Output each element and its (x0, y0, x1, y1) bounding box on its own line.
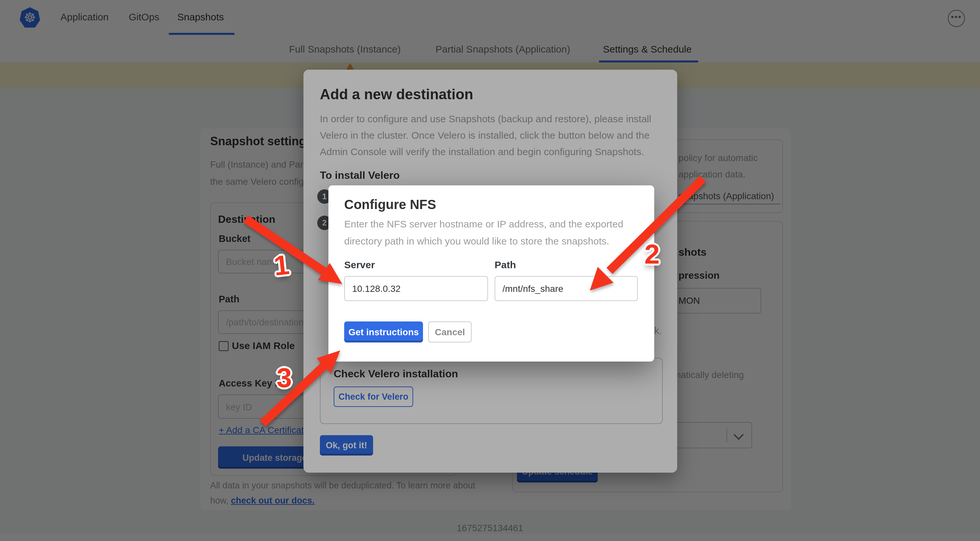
snapshots-settings-page: ☸ Application GitOps Snapshots ••• Full … (0, 0, 980, 541)
get-instructions-button[interactable]: Get instructions (344, 321, 423, 343)
annotation-number-3: 3 (277, 364, 292, 392)
cancel-button[interactable]: Cancel (428, 321, 472, 343)
server-label: Server (344, 259, 375, 270)
nfs-body-line1: Enter the NFS server hostname or IP addr… (344, 218, 623, 230)
nfs-body-line2: directory path in which you would like t… (344, 235, 609, 246)
annotation-number-1: 1 (273, 251, 291, 280)
nfs-path-label: Path (495, 259, 516, 270)
nfs-modal-title: Configure NFS (344, 197, 436, 212)
configure-nfs-modal: Configure NFS Enter the NFS server hostn… (328, 185, 654, 362)
annotation-number-2: 2 (644, 241, 660, 268)
server-input[interactable] (344, 276, 488, 301)
nfs-path-input[interactable] (495, 276, 638, 301)
